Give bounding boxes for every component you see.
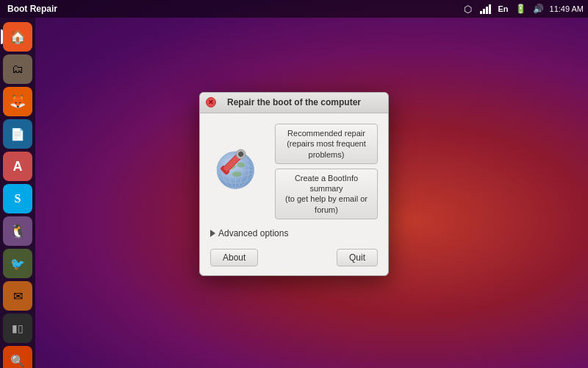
dialog-main-row: Recommended repair (repairs most frequen… [210,124,378,219]
close-button[interactable]: ✕ [206,97,216,107]
svg-point-11 [232,171,242,177]
recommended-repair-button[interactable]: Recommended repair (repairs most frequen… [275,124,378,164]
dialog-footer: About Quit [210,247,378,266]
svg-point-10 [237,162,245,167]
boot-repair-dialog: ✕ Repair the boot of the computer [199,92,389,276]
repair-icon-area [210,144,266,199]
dialog-buttons-column: Recommended repair (repairs most frequen… [275,124,378,219]
dialog-title: Repair the boot of the computer [227,97,361,107]
desktop: Boot Repair ⬡ En 🔋 🔊 11:49 AM 🏠 [0,0,588,368]
dialog-titlebar: ✕ Repair the boot of the computer [200,93,388,113]
advanced-options-arrow-icon [210,230,215,237]
about-button[interactable]: About [210,249,258,266]
quit-button[interactable]: Quit [337,249,378,266]
repair-icon [212,145,265,198]
dialog-body: Recommended repair (repairs most frequen… [200,113,388,275]
advanced-options-row[interactable]: Advanced options [210,227,378,240]
advanced-options-label: Advanced options [218,228,288,238]
bootinfo-summary-button[interactable]: Create a BootInfo summary (to get help b… [275,169,378,219]
dialog-overlay: ✕ Repair the boot of the computer [0,0,588,368]
